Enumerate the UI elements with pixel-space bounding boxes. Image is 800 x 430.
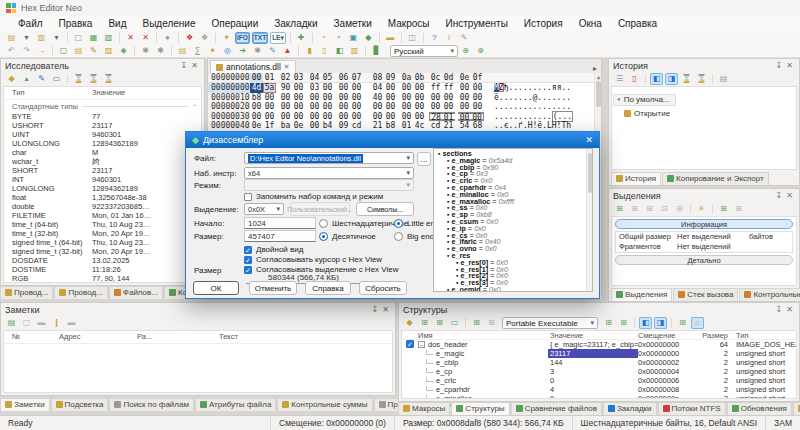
txt-button[interactable]: TXT: [252, 32, 268, 44]
column-type[interactable]: Тип: [4, 88, 92, 97]
close-icon[interactable]: ✕: [784, 191, 795, 200]
plugin-icon[interactable]: ◆: [362, 32, 375, 44]
unlock-icon[interactable]: ▯: [318, 45, 331, 57]
pin-icon[interactable]: ↧: [774, 191, 785, 200]
hex-byte[interactable]: 00: [308, 93, 321, 103]
hex-byte[interactable]: ff: [442, 83, 455, 93]
hex-byte[interactable]: 00: [371, 102, 384, 112]
about-icon[interactable]: i: [443, 32, 456, 44]
grid-7-icon[interactable]: ⊞: [732, 203, 745, 215]
structure-row[interactable]: ✓−dos_header{ e_magic=23117; e_cblp=144;…: [402, 340, 796, 349]
dock-tab[interactable]: Контрольные суммы: [277, 398, 372, 411]
hex-byte[interactable]: 00: [337, 93, 350, 103]
bulb-icon[interactable]: ☼: [691, 317, 704, 329]
monitor-icon[interactable]: ▭: [50, 73, 63, 85]
hex-byte[interactable]: 00: [442, 93, 455, 103]
tools-wrench-icon[interactable]: ✦: [206, 45, 219, 57]
hex-byte[interactable]: 28: [429, 112, 442, 122]
menu-item[interactable]: История: [516, 17, 571, 30]
menu-item[interactable]: Окна: [571, 17, 610, 30]
tab-selections[interactable]: Выделения: [611, 288, 672, 301]
tree-item[interactable]: ▪e_res[2] = 0x0: [436, 273, 592, 280]
tree-item[interactable]: ▪e_res[1] = 0x0: [436, 267, 592, 274]
hex-byte[interactable]: 00: [384, 102, 397, 112]
close-icon[interactable]: ✕: [784, 61, 795, 70]
size-input[interactable]: 457407: [244, 230, 316, 242]
compare-icon[interactable]: ◫: [406, 32, 419, 44]
hex-byte[interactable]: 00: [337, 102, 350, 112]
hex-byte[interactable]: 09: [337, 121, 350, 131]
language-combo[interactable]: Русский▾: [390, 45, 458, 57]
grid-e-icon[interactable]: ⊞: [602, 317, 615, 329]
hex-byte[interactable]: 00: [250, 102, 263, 112]
dock-tab[interactable]: Провод...: [54, 286, 107, 299]
hex-byte[interactable]: 00: [279, 93, 292, 103]
tree-scrollbar[interactable]: [586, 149, 592, 291]
share-icon[interactable]: ✚: [295, 32, 308, 44]
goto-icon[interactable]: →: [35, 45, 48, 57]
hand-icon[interactable]: ✳: [695, 203, 708, 215]
split-v-icon[interactable]: ◨: [654, 317, 667, 329]
permissions-icon[interactable]: ❖: [183, 32, 196, 44]
hex-byte[interactable]: 00: [471, 102, 484, 112]
stamp-icon[interactable]: ◈: [117, 45, 130, 57]
ascii-text[interactable]: ..є..ґ.Н!ё.LН!Th: [494, 121, 571, 131]
hex-byte[interactable]: cd: [429, 121, 442, 131]
explorer-row[interactable]: wchar_t 婍: [4, 157, 201, 166]
new-file-icon[interactable]: ▤: [5, 32, 18, 44]
hex-byte[interactable]: 00: [350, 112, 363, 122]
hex-byte[interactable]: 00: [413, 93, 426, 103]
hex-byte[interactable]: cd: [350, 121, 363, 131]
structure-preview-tree[interactable]: ▪sections▪e_magic = 0x5a4d▪e_cblp = 0x90…: [433, 148, 593, 292]
hex-byte[interactable]: 00: [458, 112, 471, 122]
process-gear-icon[interactable]: ✱: [251, 45, 264, 57]
grid-c-icon[interactable]: ⊞: [470, 317, 483, 329]
hex-byte[interactable]: 00: [442, 102, 455, 112]
pin-icon[interactable]: ↧: [774, 61, 785, 70]
structure-row[interactable]: e_cparhdr40x000000082unsigned short: [402, 385, 796, 394]
paste-icon[interactable]: ▤: [72, 45, 85, 57]
find-in-files-icon[interactable]: ◔: [317, 32, 330, 44]
hex-row[interactable]: 000000004d5a90000300000004000000ffff0000…: [208, 83, 601, 93]
hex-byte[interactable]: 00: [292, 112, 305, 122]
dock-tab[interactable]: Подсветка: [51, 398, 109, 411]
hex-byte[interactable]: 00: [337, 112, 350, 122]
pin-icon[interactable]: ↧: [179, 61, 190, 70]
ifo-button[interactable]: IFO: [235, 32, 250, 44]
explorer-row[interactable]: double 922337203685…: [4, 202, 201, 211]
explorer-group[interactable]: Стандартные типы ⌃: [4, 100, 201, 112]
pin-icon[interactable]: ↧: [370, 305, 381, 314]
explorer-row[interactable]: BYTE 77: [4, 112, 201, 121]
drop-icon[interactable]: ▾: [20, 32, 33, 44]
hex-byte[interactable]: 00: [337, 83, 350, 93]
ascii-text[interactable]: MZђ.........яя..: [494, 83, 571, 93]
gear-a-icon[interactable]: ✱: [139, 45, 152, 57]
selection-format-combo[interactable]: 0x0X ▾: [244, 203, 284, 215]
menu-item[interactable]: Правка: [51, 17, 101, 30]
hex-byte[interactable]: 21: [371, 121, 384, 131]
hex-byte[interactable]: 00: [321, 112, 334, 122]
document-tab[interactable]: annotations.dll ✕: [210, 60, 296, 73]
settings-icon[interactable]: ✎: [458, 32, 471, 44]
column-size[interactable]: Ра...: [137, 332, 219, 341]
scroll-thumb[interactable]: [596, 81, 601, 107]
hex-byte[interactable]: 00: [400, 102, 413, 112]
hex-byte[interactable]: 68: [471, 121, 484, 131]
hex-byte[interactable]: 4d: [250, 83, 263, 93]
grid-g-icon[interactable]: ⊞: [676, 317, 689, 329]
hex-byte[interactable]: 00: [413, 112, 426, 122]
dock-tab[interactable]: Сравнение файлов: [511, 402, 602, 415]
note-copy-icon[interactable]: ▢: [20, 317, 33, 329]
bell-icon[interactable]: ◆: [5, 73, 18, 85]
grid-2-icon[interactable]: ⊞: [628, 203, 641, 215]
hex-byte[interactable]: 00: [308, 102, 321, 112]
edit-pencil-icon[interactable]: ✎: [87, 45, 100, 57]
explorer-row[interactable]: INT 9460301: [4, 175, 201, 184]
explorer-row[interactable]: float 1,32567048e-38: [4, 193, 201, 202]
structure-row[interactable]: e_cp30x000000042unsigned short: [402, 367, 796, 376]
hex-byte[interactable]: 00: [429, 102, 442, 112]
explorer-row[interactable]: LONGLONG 12894362189: [4, 184, 201, 193]
explorer-row[interactable]: signed time_t (64-bit) Thu, 10 Aug 23…: [4, 238, 201, 247]
hex-byte[interactable]: 00: [263, 112, 276, 122]
hex-byte[interactable]: 0e: [292, 121, 305, 131]
